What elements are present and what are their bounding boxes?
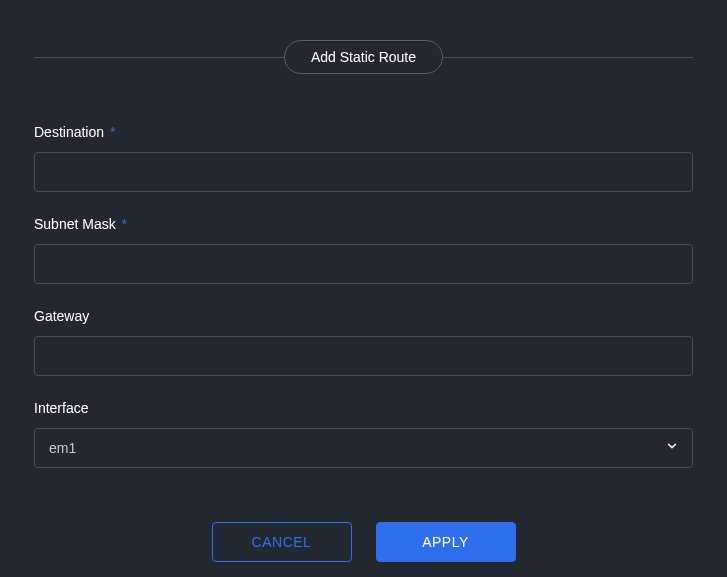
header-line-left xyxy=(34,57,284,58)
gateway-label-text: Gateway xyxy=(34,308,89,324)
subnet-mask-label-text: Subnet Mask xyxy=(34,216,116,232)
button-row: CANCEL APPLY xyxy=(34,522,693,562)
add-static-route-form: Add Static Route Destination * Subnet Ma… xyxy=(0,0,727,577)
gateway-group: Gateway xyxy=(34,308,693,376)
gateway-label: Gateway xyxy=(34,308,693,324)
destination-input[interactable] xyxy=(34,152,693,192)
header-line-right xyxy=(443,57,693,58)
destination-group: Destination * xyxy=(34,124,693,192)
destination-label: Destination * xyxy=(34,124,693,140)
subnet-mask-group: Subnet Mask * xyxy=(34,216,693,284)
interface-group: Interface em1 xyxy=(34,400,693,468)
subnet-mask-label: Subnet Mask * xyxy=(34,216,693,232)
interface-label: Interface xyxy=(34,400,693,416)
required-indicator: * xyxy=(122,216,127,232)
gateway-input[interactable] xyxy=(34,336,693,376)
form-header: Add Static Route xyxy=(34,40,693,74)
form-title: Add Static Route xyxy=(284,40,443,74)
required-indicator: * xyxy=(110,124,115,140)
subnet-mask-input[interactable] xyxy=(34,244,693,284)
interface-label-text: Interface xyxy=(34,400,88,416)
destination-label-text: Destination xyxy=(34,124,104,140)
interface-selected-value: em1 xyxy=(49,440,76,456)
cancel-button[interactable]: CANCEL xyxy=(212,522,352,562)
apply-button[interactable]: APPLY xyxy=(376,522,516,562)
interface-select-wrapper: em1 xyxy=(34,428,693,468)
interface-select[interactable]: em1 xyxy=(34,428,693,468)
